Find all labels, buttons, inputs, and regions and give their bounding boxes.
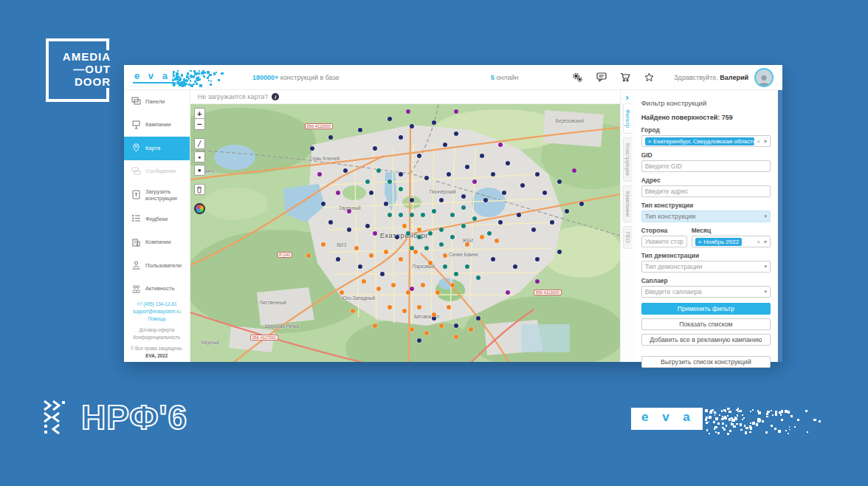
construction-marker-teal[interactable] [461,205,466,210]
construction-marker-teal[interactable] [443,264,447,269]
construction-marker-navy[interactable] [517,213,521,217]
construction-marker-purple[interactable] [347,209,351,213]
construction-marker-teal[interactable] [487,231,492,236]
construction-marker-teal[interactable] [454,272,458,276]
construction-marker-orange[interactable] [439,324,444,328]
construction-marker-navy[interactable] [399,135,403,140]
address-input[interactable] [641,185,771,197]
construction-marker-orange[interactable] [413,250,418,254]
construction-marker-orange[interactable] [402,224,407,228]
chip-remove-icon[interactable]: × [698,239,702,245]
construction-marker-orange[interactable] [443,253,447,258]
construction-marker-orange[interactable] [469,327,473,332]
construction-marker-teal[interactable] [388,213,392,217]
construction-marker-navy[interactable] [432,120,436,125]
construction-marker-purple[interactable] [506,290,510,295]
add-all-to-campaign-button[interactable]: Добавить все в рекламную кампанию [641,334,771,346]
construction-marker-navy[interactable] [483,198,488,202]
demo-type-select[interactable]: Тип демонстрации ▾ [641,261,771,273]
construction-marker-teal[interactable] [417,235,421,239]
construction-marker-teal[interactable] [472,216,477,221]
construction-marker-purple[interactable] [454,109,458,114]
construction-marker-purple[interactable] [410,287,414,291]
city-dropdown-icon[interactable]: ▾ [764,138,767,145]
construction-marker-orange[interactable] [376,287,381,291]
construction-marker-orange[interactable] [480,235,484,239]
construction-marker-teal[interactable] [465,264,469,269]
construction-marker-navy[interactable] [491,172,495,177]
construction-marker-teal[interactable] [376,168,381,173]
construction-marker-teal[interactable] [450,235,455,239]
chip-remove-icon[interactable]: × [648,138,652,145]
construction-marker-orange[interactable] [351,309,355,313]
construction-marker-teal[interactable] [439,227,444,232]
construction-marker-navy[interactable] [550,220,554,225]
construction-marker-navy[interactable] [454,324,458,328]
construction-marker-orange[interactable] [410,327,414,332]
construction-marker-navy[interactable] [417,338,421,343]
month-clear-icon[interactable]: × [757,239,760,245]
zoom-out-button[interactable]: − [194,119,205,130]
gid-input[interactable] [641,160,771,172]
sidebar-item-map[interactable]: Карта [124,137,190,160]
sidebar-item-activity[interactable]: Активность [124,278,190,301]
star-icon[interactable] [643,72,655,83]
construction-marker-navy[interactable] [410,198,414,202]
construction-marker-teal[interactable] [406,231,410,236]
construction-marker-orange[interactable] [340,290,344,295]
construction-marker-purple[interactable] [336,191,340,195]
construction-marker-navy[interactable] [347,227,351,232]
month-dropdown-icon[interactable]: ▾ [764,239,767,245]
construction-marker-navy[interactable] [328,135,333,140]
construction-marker-orange[interactable] [432,312,436,317]
construction-marker-teal[interactable] [399,213,403,217]
construction-marker-orange[interactable] [321,242,326,247]
collapse-panel-button[interactable]: › [621,90,633,103]
construction-marker-teal[interactable] [410,246,414,250]
construction-marker-purple[interactable] [572,168,576,173]
construction-marker-navy[interactable] [417,154,421,158]
construction-marker-navy[interactable] [439,198,444,202]
construction-marker-teal[interactable] [461,224,466,228]
construction-marker-navy[interactable] [498,220,503,225]
construction-marker-orange[interactable] [391,283,396,287]
show-list-button[interactable]: Показать списком [641,318,771,330]
construction-marker-teal[interactable] [399,187,403,191]
construction-marker-navy[interactable] [395,235,399,239]
filter-tab-constructions[interactable]: Конструкции [623,137,632,182]
construction-marker-navy[interactable] [358,264,362,269]
construction-marker-navy[interactable] [369,191,373,195]
construction-marker-navy[interactable] [542,191,547,195]
construction-marker-teal[interactable] [410,213,414,217]
sidebar-item-feedbacks[interactable]: Фидбеки [124,208,190,231]
construction-marker-navy[interactable] [447,172,451,177]
marker-colors-button[interactable] [194,203,205,214]
panel-scrollbar[interactable] [778,90,782,362]
construction-marker-navy[interactable] [373,146,377,151]
construction-marker-orange[interactable] [465,242,469,247]
zoom-in-button[interactable]: + [194,108,205,119]
sidebar-item-users[interactable]: Пользователи [124,254,190,278]
sidebar-item-companies[interactable]: Компании [124,231,190,255]
construction-marker-navy[interactable] [388,117,392,121]
construction-marker-orange[interactable] [354,246,359,250]
construction-marker-purple[interactable] [373,231,377,236]
cart-icon[interactable] [619,72,631,83]
construction-marker-orange[interactable] [495,239,499,243]
construction-marker-purple[interactable] [406,109,410,114]
construction-marker-teal[interactable] [388,179,392,184]
month-field[interactable]: × Ноябрь 2022 × ▾ [692,236,771,247]
construction-marker-navy[interactable] [399,172,403,177]
draw-line-button[interactable]: ╱ [194,138,205,149]
construction-marker-orange[interactable] [384,250,388,254]
map-canvas[interactable]: ЕкатеринбургПалкиноСемь КлючейБерёзовски… [190,104,620,362]
construction-marker-purple[interactable] [472,179,477,184]
construction-marker-orange[interactable] [435,290,440,295]
construction-marker-orange[interactable] [447,305,451,309]
construction-marker-navy[interactable] [535,257,540,261]
construction-marker-navy[interactable] [480,154,484,158]
construction-marker-navy[interactable] [424,176,429,180]
construction-marker-navy[interactable] [535,172,540,177]
construction-marker-purple[interactable] [317,172,322,177]
construction-marker-navy[interactable] [476,316,480,321]
